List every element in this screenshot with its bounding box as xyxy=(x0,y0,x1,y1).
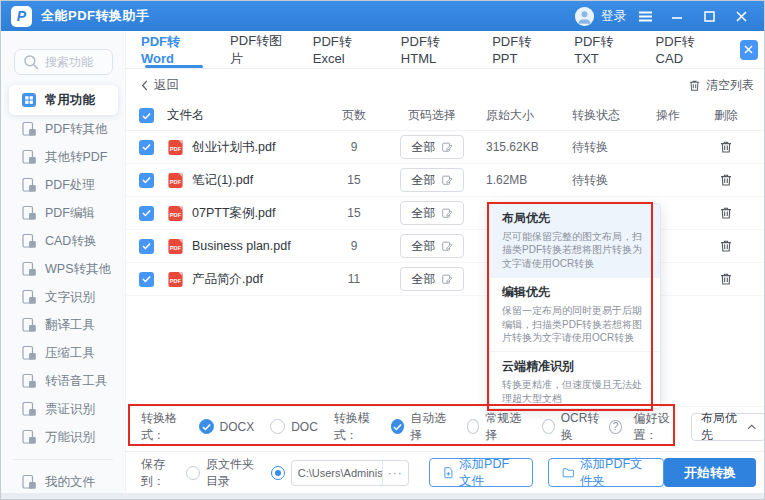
close-icon xyxy=(744,45,753,54)
sidebar-item-cad-convert[interactable]: CAD转换 xyxy=(1,227,125,255)
tab-close-button[interactable] xyxy=(740,40,758,60)
preference-option-layout-first[interactable]: 布局优先 尽可能保留完整的图文布局，扫描类PDF转换若想将图片转换为文字请使用O… xyxy=(490,204,660,277)
tab-pdf-to-txt[interactable]: PDF转TXT xyxy=(574,31,632,68)
save-radio-custom-path[interactable] xyxy=(271,466,285,480)
browse-path-button[interactable]: ··· xyxy=(382,461,408,485)
mode-radio-auto[interactable]: 自动选择 xyxy=(391,410,450,444)
mode-radio-ocr[interactable]: OCR转换 xyxy=(542,410,604,444)
header-delete: 删除 xyxy=(694,107,758,124)
minimize-button[interactable] xyxy=(664,5,690,27)
maximize-button[interactable] xyxy=(696,5,722,27)
trash-icon xyxy=(719,173,733,187)
sidebar-item-pdf-edit[interactable]: PDF编辑 xyxy=(1,199,125,227)
preference-select[interactable]: 布局优先 xyxy=(691,413,765,441)
select-all-checkbox[interactable] xyxy=(139,108,154,123)
page-select-label: 全部 xyxy=(412,139,436,156)
clear-list-button[interactable]: 清空列表 xyxy=(688,77,754,94)
tab-pdf-to-word[interactable]: PDF转Word xyxy=(141,31,207,68)
sidebar-item-text-recognition[interactable]: 文字识别 xyxy=(1,283,125,311)
user-icon xyxy=(575,7,594,26)
hamburger-icon xyxy=(638,11,653,22)
page-select-button[interactable]: 全部 xyxy=(400,168,464,192)
page-select-button[interactable]: 全部 xyxy=(400,267,464,291)
delete-row-button[interactable] xyxy=(719,173,733,187)
page-select-button[interactable]: 全部 xyxy=(400,135,464,159)
row-checkbox[interactable] xyxy=(139,206,154,221)
sidebar-item-label: 常用功能 xyxy=(45,92,95,109)
sidebar-item-other-to-pdf[interactable]: 其他转PDF xyxy=(1,143,125,171)
row-checkbox[interactable] xyxy=(139,272,154,287)
close-button[interactable] xyxy=(728,5,754,27)
page-select-button[interactable]: 全部 xyxy=(400,201,464,225)
add-file-icon xyxy=(443,465,453,480)
sidebar-item-translate-tools[interactable]: 翻译工具 xyxy=(1,311,125,339)
tab-pdf-to-html[interactable]: PDF转HTML xyxy=(401,31,469,68)
start-convert-button[interactable]: 开始转换 xyxy=(664,458,756,487)
format-radio-doc[interactable]: DOC xyxy=(270,419,318,434)
sidebar-item-text-to-speech[interactable]: 转语音工具 xyxy=(1,367,125,395)
sidebar-item-my-files[interactable]: 我的文件 xyxy=(1,468,125,496)
search-input[interactable]: 搜索功能 xyxy=(14,49,113,75)
delete-row-button[interactable] xyxy=(719,272,733,286)
sidebar-item-pdf-to-other[interactable]: PDF转其他 xyxy=(1,115,125,143)
doc-icon xyxy=(21,233,37,249)
check-icon xyxy=(142,242,151,250)
menu-button[interactable] xyxy=(632,5,658,27)
table-row: PDF Business plan.pdf 9 全部 xyxy=(126,230,765,263)
sidebar-item-wps-to-other[interactable]: WPS转其他 xyxy=(1,255,125,283)
row-checkbox[interactable] xyxy=(139,239,154,254)
avatar[interactable] xyxy=(575,7,594,26)
sidebar-item-label: CAD转换 xyxy=(45,233,96,250)
add-folder-icon xyxy=(562,466,574,479)
tab-pdf-to-cad[interactable]: PDF转CAD xyxy=(656,31,717,68)
tabbar: PDF转Word PDF转图片 PDF转Excel PDF转HTML PDF转P… xyxy=(126,31,765,69)
help-icon[interactable]: ? xyxy=(609,420,621,434)
tab-pdf-to-image[interactable]: PDF转图片 xyxy=(230,31,290,68)
sidebar-item-universal-recognition[interactable]: 万能识别 xyxy=(1,423,125,451)
delete-row-button[interactable] xyxy=(719,239,733,253)
add-pdf-file-button[interactable]: 添加PDF文件 xyxy=(429,458,533,487)
delete-row-button[interactable] xyxy=(719,140,733,154)
trash-icon xyxy=(719,239,733,253)
preference-option-edit-first[interactable]: 编辑优先 保留一定布局的同时更易于后期编辑，扫描类PDF转换若想将图片转换为文字… xyxy=(490,277,660,351)
sidebar-divider xyxy=(13,459,113,460)
page-count: 15 xyxy=(330,173,378,187)
doc-icon xyxy=(21,289,37,305)
svg-text:PDF: PDF xyxy=(170,277,182,283)
doc-icon xyxy=(21,345,37,361)
add-pdf-folder-button[interactable]: 添加PDF文件夹 xyxy=(548,458,664,487)
svg-text:PDF: PDF xyxy=(170,178,182,184)
svg-text:PDF: PDF xyxy=(170,211,182,217)
header-size: 原始大小 xyxy=(486,107,572,124)
radio-unchecked-icon xyxy=(270,419,285,434)
chevron-left-icon xyxy=(141,80,148,91)
main-panel: PDF转Word PDF转图片 PDF转Excel PDF转HTML PDF转P… xyxy=(126,31,765,493)
file-name: 07PTT案例.pdf xyxy=(192,205,275,222)
status-text: 待转换 xyxy=(572,172,642,189)
option-title: 布局优先 xyxy=(502,210,648,227)
sidebar-item-pdf-process[interactable]: PDF处理 xyxy=(1,171,125,199)
format-radio-docx[interactable]: DOCX xyxy=(199,419,255,434)
sidebar-item-ticket-recognition[interactable]: 票证识别 xyxy=(1,395,125,423)
tab-pdf-to-excel[interactable]: PDF转Excel xyxy=(313,31,378,68)
sidebar-item-label: PDF转其他 xyxy=(45,121,108,138)
window-bottom-edge xyxy=(1,493,765,500)
folder-doc-icon xyxy=(21,474,37,490)
file-name: 产品简介.pdf xyxy=(192,271,263,288)
back-button[interactable]: 返回 xyxy=(141,77,179,94)
sidebar-item-compress-tools[interactable]: 压缩工具 xyxy=(1,339,125,367)
sidebar-item-common-functions[interactable]: 常用功能 xyxy=(9,85,118,115)
save-path-field[interactable]: C:\Users\Adminis... ··· xyxy=(291,460,409,486)
mode-radio-normal[interactable]: 常规选择 xyxy=(467,410,526,444)
delete-row-button[interactable] xyxy=(719,206,733,220)
login-button[interactable]: 登录 xyxy=(601,8,626,25)
tab-pdf-to-ppt[interactable]: PDF转PPT xyxy=(492,31,551,68)
bottom-bar: 保存到： 原文件夹目录 C:\Users\Adminis... ··· 添加PD… xyxy=(126,451,765,493)
radio-unchecked-icon xyxy=(186,466,200,480)
doc-icon xyxy=(21,149,37,165)
row-checkbox[interactable] xyxy=(139,173,154,188)
page-select-button[interactable]: 全部 xyxy=(400,234,464,258)
preference-option-cloud-ocr[interactable]: 云端精准识别 转换更精准，但速度慢且无法处理超大型文档 xyxy=(490,351,660,409)
row-checkbox[interactable] xyxy=(139,140,154,155)
save-radio-source-folder[interactable]: 原文件夹目录 xyxy=(186,456,261,490)
